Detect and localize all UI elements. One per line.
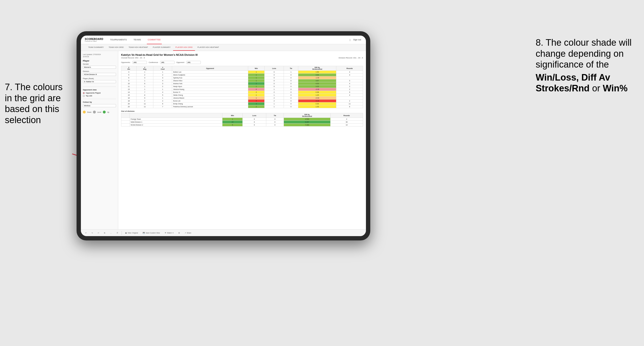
cell-loss: 1 [264, 102, 284, 105]
cell-opponent: Stella Cheng [172, 94, 248, 97]
sign-out-link[interactable]: Sign out [352, 36, 362, 44]
cell-diff: 3.67 [298, 79, 336, 82]
cell-div-ood [121, 118, 130, 121]
sub-nav-player-summary[interactable]: PLAYER SUMMARY [150, 44, 173, 51]
sub-nav-player-h2h-heatmap[interactable]: PLAYER H2H HEATMAP [195, 44, 222, 51]
save-icon: 💾 [143, 232, 145, 234]
top-nav: SCOREBOARD Powered by clippd TOURNAMENTS… [81, 36, 366, 44]
radio-opponents-played-dot[interactable] [83, 92, 85, 94]
cell-tie: 0 [284, 97, 298, 100]
annotation-left: 7. The colours in the grid are based on … [5, 82, 72, 126]
cell-reg: 1 [136, 85, 153, 88]
cell-win: 1 [248, 71, 264, 74]
logo-sub: Powered by clippd [85, 40, 103, 42]
cell-reg: 1 [136, 88, 153, 91]
cell-opponent: Esther Lee [172, 71, 248, 74]
view-original-label: View: Original [128, 232, 138, 234]
sub-nav-team-h2h-grid[interactable]: TEAM H2H GRID [106, 44, 126, 51]
conference-filter-select[interactable]: (All) [160, 61, 174, 64]
bottom-toolbar: ↩ ↪ ↩ ⧉ … ⏱ ▣ View: Original 💾 Save Cust… [81, 229, 366, 236]
view-original-button[interactable]: ▣ View: Original [124, 232, 140, 234]
save-custom-label: Save Custom View [146, 232, 160, 234]
annotation-right-bold2: Win% [603, 83, 628, 93]
cell-win: 2 [248, 91, 264, 94]
copy-button[interactable]: ⧉ [102, 232, 107, 234]
cell-diff: 3.33 [298, 85, 336, 88]
cell-reg: 1 [136, 71, 153, 74]
toolbar-sep1 [122, 231, 122, 235]
cell-loss: 0 [264, 79, 284, 82]
undo2-button[interactable]: ↩ [96, 232, 101, 234]
cell-conf: 6 [153, 102, 172, 105]
cell-loss-ood3: 0 [243, 124, 266, 127]
annotation-left-text: 7. The colours in the grid are based on … [5, 82, 62, 125]
cell-tie: 0 [284, 91, 298, 94]
nav-item-tournaments[interactable]: TOURNAMENTS [109, 36, 128, 44]
col-header-win: Win [248, 66, 264, 71]
sub-nav-team-h2h-heatmap[interactable]: TEAM H2H HEATMAP [126, 44, 150, 51]
cell-win: 0 [248, 88, 264, 91]
cell-div: 6 [121, 76, 136, 79]
sidebar-player-rank-label: Player (Rank) [83, 77, 116, 80]
nav-items: TOURNAMENTS TEAMS COMMITTEE [109, 36, 350, 44]
radio-opponents-played-row[interactable]: Opponents Played [83, 92, 116, 94]
cell-rounds: 11 [336, 102, 363, 105]
cell-rounds: 2 [336, 100, 363, 102]
cell-div: 18 [121, 100, 136, 102]
cell-conf: 5 [153, 94, 172, 97]
main-content: Last Updated: 27/03/2024 16:55:38 Player… [81, 51, 366, 229]
cell-tie: 0 [284, 105, 298, 108]
cell-loss: 2 [264, 97, 284, 100]
opponents-filter-select[interactable]: (All) [132, 61, 147, 64]
cell-rounds-ood3: 10 [330, 124, 363, 127]
cell-loss-ood2: 0 [243, 121, 266, 124]
sub-nav-player-h2h-grid[interactable]: PLAYER H2H GRID [173, 44, 195, 51]
cell-diff: 1.25 [298, 94, 336, 97]
cell-reg: 1 [136, 79, 153, 82]
cell-opponent: Euna Lee [172, 100, 248, 102]
cell-tie: 0 [284, 79, 298, 82]
cell-diff: -5.00 [298, 100, 336, 102]
cell-reg: 9 [136, 97, 153, 100]
cell-conf: 1 [153, 71, 172, 74]
watch-label: Watch [167, 232, 172, 234]
col-header-loss-ood: Loss [243, 113, 266, 118]
gender-select[interactable]: Women's [83, 66, 116, 69]
col-header-loss: Loss [264, 66, 284, 71]
cell-rounds: 3 [336, 74, 363, 76]
colour-by-title: Colour by [83, 101, 116, 103]
export-button[interactable]: ⊞ [177, 232, 181, 234]
clock-button[interactable]: ⏱ [115, 232, 120, 234]
share-button[interactable]: ↗ Share [183, 232, 193, 234]
sidebar: Last Updated: 27/03/2024 16:55:38 Player… [81, 51, 118, 229]
cell-opponent: Eunice Yi [172, 91, 248, 94]
division-select[interactable]: NCAA Division III [83, 73, 116, 76]
table-row: 20 11 6 Emily Chang 4 1 0 0.30 11 [121, 102, 363, 105]
cell-conf: 4 [153, 91, 172, 94]
timestamp-label: Last Updated: 27/03/2024 [83, 53, 116, 55]
redo-button[interactable]: ↪ [90, 232, 94, 234]
watch-button[interactable]: 👁 Watch ▾ [163, 232, 175, 234]
opponent-filter-select[interactable]: (All) [186, 61, 201, 64]
division-record: Division Record: 331 - 34 - 6 [339, 57, 363, 59]
radio-top100-dot[interactable] [83, 95, 85, 97]
overall-record-value: 353 - 34 - 6 [135, 57, 145, 59]
legend-dot-level [93, 111, 96, 114]
nav-item-committee[interactable]: COMMITTEE [147, 36, 162, 44]
sub-nav-team-summary[interactable]: TEAM SUMMARY [86, 44, 106, 51]
more-button[interactable]: … [108, 232, 113, 234]
player-rank-select[interactable]: 8. Katelyn Vo [83, 80, 116, 83]
cell-tie: 0 [284, 82, 298, 85]
cell-loss: 0 [264, 82, 284, 85]
radio-top100-row[interactable]: Top 100 [83, 95, 116, 97]
cell-loss: 0 [264, 74, 284, 76]
annotation-right-or: or [592, 83, 600, 93]
share-icon: ↗ [185, 232, 186, 234]
undo-button[interactable]: ↩ [84, 232, 88, 234]
nav-item-teams[interactable]: TEAMS [133, 36, 142, 44]
colour-by-select[interactable]: Win/loss Diff Av Strokes/Rnd Win% [83, 104, 116, 107]
annotation-right: 8. The colour shade will change dependin… [536, 37, 637, 94]
save-custom-button[interactable]: 💾 Save Custom View [141, 232, 161, 234]
cell-tie: 0 [284, 85, 298, 88]
cell-opponent: Emily Chang [172, 102, 248, 105]
